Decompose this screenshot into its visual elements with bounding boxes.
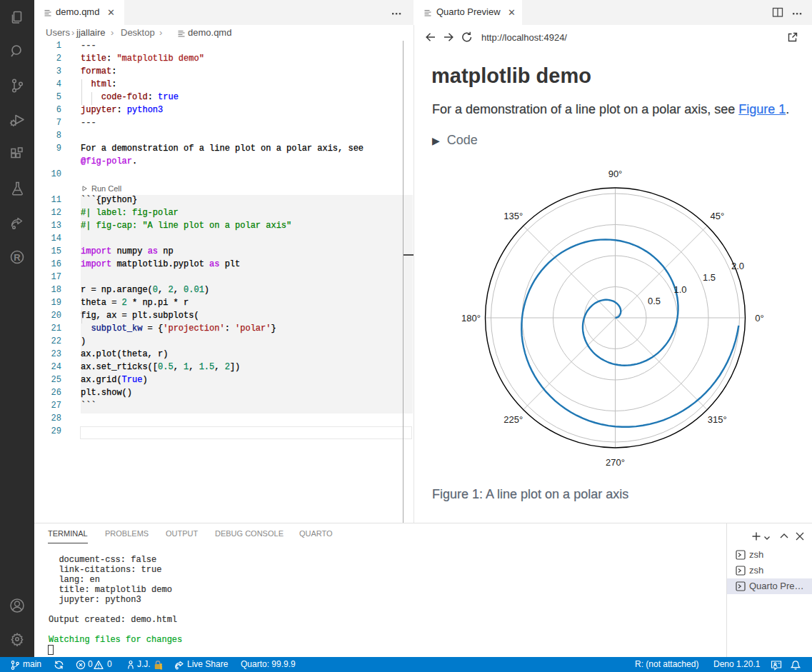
svg-text:90°: 90° bbox=[608, 169, 623, 179]
svg-text:45°: 45° bbox=[710, 211, 724, 221]
svg-text:0.5: 0.5 bbox=[648, 296, 661, 306]
svg-text:1.0: 1.0 bbox=[673, 284, 686, 295]
svg-text:0°: 0° bbox=[755, 313, 763, 324]
svg-text:1.5: 1.5 bbox=[703, 272, 716, 283]
svg-text:225°: 225° bbox=[503, 414, 523, 425]
svg-text:2.0: 2.0 bbox=[731, 261, 744, 271]
svg-text:R: R bbox=[14, 252, 21, 263]
svg-text:135°: 135° bbox=[503, 211, 523, 221]
svg-text:270°: 270° bbox=[606, 457, 625, 468]
svg-text:315°: 315° bbox=[708, 414, 727, 425]
svg-text:180°: 180° bbox=[461, 313, 481, 324]
